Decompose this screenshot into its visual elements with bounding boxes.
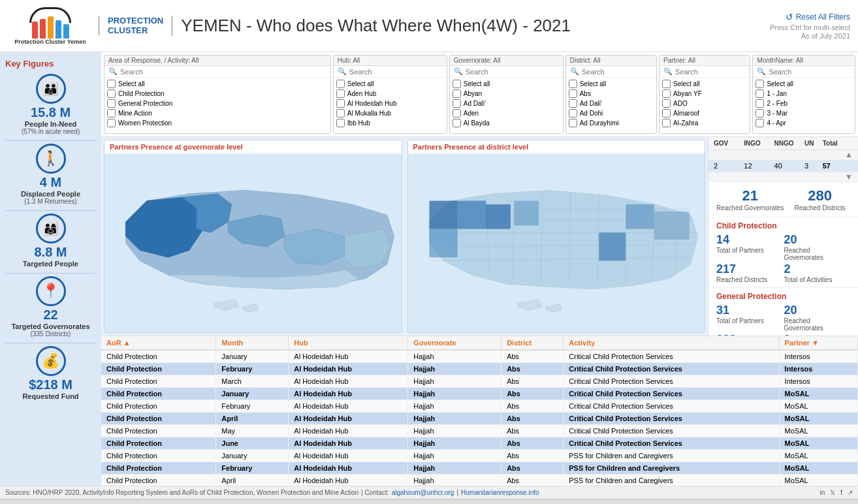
th-governorate[interactable]: Governorate (408, 336, 501, 350)
th-aor[interactable]: AoR ▲ (101, 336, 216, 350)
th-hub[interactable]: Hub (289, 336, 408, 350)
cell-total: 57 (823, 162, 853, 170)
month-option-jan[interactable]: 1 - Jan (755, 89, 852, 99)
th-partner[interactable]: Partner ▼ (779, 336, 857, 350)
district-option-addohi[interactable]: Ad Dohi (569, 108, 654, 118)
cell-aor: Child Protection (101, 400, 216, 413)
map1-container[interactable] (104, 154, 402, 332)
logo-area: Protection Cluster Yemen (8, 6, 93, 46)
cell-month: January (216, 388, 289, 400)
area-option-all[interactable]: Select all (107, 79, 328, 89)
partner-option-alzahra[interactable]: Al-Zahra (662, 118, 747, 128)
cp-reached-gov-num: 20 (784, 233, 851, 247)
th-activity[interactable]: Activity (564, 336, 779, 350)
partner-option-abyan[interactable]: Abyan YF (662, 89, 747, 99)
district-option-abs[interactable]: Abs (569, 89, 654, 99)
gp-reached-gov-num: 20 (784, 304, 851, 317)
table-row: Child ProtectionJanuaryAl Hodeidah HubHa… (101, 350, 858, 363)
cell-hub: Al Hodeidah Hub (289, 425, 408, 437)
district-option-addali[interactable]: Ad Dali' (569, 99, 654, 108)
hub-search-input[interactable] (349, 68, 443, 76)
filter-partner[interactable]: Partner: All 🔍 Select all Abyan YF ADO A… (659, 55, 750, 134)
map2-container[interactable] (408, 154, 705, 332)
gov-search-input[interactable] (466, 68, 559, 76)
hub-option-aden[interactable]: Aden Hub (336, 89, 444, 99)
map-panel-district: Partners Presence at district level (407, 140, 706, 333)
partner-option-ado[interactable]: ADO (662, 99, 747, 108)
gov-option-addali[interactable]: Ad Dali' (453, 99, 560, 108)
cell-activity: Critical Child Protection Services (564, 413, 779, 425)
district-search-input[interactable] (582, 68, 652, 76)
month-search-input[interactable] (769, 68, 851, 76)
filter-governorate[interactable]: Governorate: All 🔍 Select all Abyan Ad D… (449, 55, 564, 134)
footer-contact-email[interactable]: algahoum@unhcr.org (392, 489, 454, 496)
maps-stats-row: Partners Presence at governorate level (101, 137, 858, 336)
district-option-addurayhimi[interactable]: Ad Durayhimi (569, 118, 654, 128)
targeted-people-label: Targeted People (5, 260, 96, 268)
table-row: Child ProtectionFebruaryAl Hodeidah HubH… (101, 400, 858, 413)
filter-month[interactable]: MonthName: All 🔍 Select all 1 - Jan 2 - … (752, 55, 855, 134)
gov-option-aden[interactable]: Aden (453, 108, 560, 118)
cell-partner: MoSAL (779, 425, 857, 437)
area-option-child[interactable]: Child Protection (107, 89, 328, 99)
scroll-up-btn[interactable]: ▲ (708, 150, 858, 160)
area-option-general[interactable]: General Protection (107, 99, 328, 108)
gov-search-icon: 🔍 (454, 67, 463, 76)
filter-district[interactable]: District: All 🔍 Select all Abs Ad Dali' … (565, 55, 657, 134)
stats-table-header: GOV INGO NNGO UN Total (708, 137, 858, 150)
cp-total-partners: 14 Total of Partners (716, 233, 783, 261)
linkedin-icon[interactable]: in (819, 489, 825, 496)
logo-bar-4 (56, 20, 61, 39)
month-option-feb[interactable]: 2 - Feb (755, 99, 852, 108)
filter-area-header: Area of Response, / Activity: All (104, 55, 330, 66)
area-search-input[interactable] (120, 68, 326, 76)
stats-panel: GOV INGO NNGO UN Total ▲ 2 12 40 3 57 ▼ (708, 137, 858, 336)
share-icon[interactable]: ↗ (848, 489, 853, 496)
area-option-women[interactable]: Women Protection (107, 118, 328, 128)
month-option-apr[interactable]: 4 - Apr (755, 118, 852, 128)
svg-rect-23 (654, 212, 689, 240)
child-protection-grid: 14 Total of Partners 20 Reached Governor… (716, 233, 850, 283)
cell-aor: Child Protection (101, 363, 216, 375)
month-option-mar[interactable]: 3 - Mar (755, 108, 852, 118)
filter-area-of-response[interactable]: Area of Response, / Activity: All 🔍 Sele… (104, 55, 331, 134)
displaced-label: Displaced People (5, 190, 96, 198)
cell-gov: 2 (714, 162, 744, 170)
scroll-down-btn[interactable]: ▼ (708, 172, 858, 182)
footer-site-link[interactable]: Humanitarianresponse.info (461, 489, 539, 496)
cell-partner: MoSAL (779, 400, 857, 413)
cell-activity: PSS for Children and Caregivers (564, 450, 779, 462)
th-month[interactable]: Month (216, 336, 289, 350)
month-option-all[interactable]: Select all (755, 79, 852, 89)
partner-option-almaroof[interactable]: Almaroof (662, 108, 747, 118)
area-option-mine[interactable]: Mine Action (107, 108, 328, 118)
col-nngo: NNGO (774, 140, 804, 147)
gov-option-abyan[interactable]: Abyan (453, 89, 560, 99)
hub-option-ibb[interactable]: Ibb Hub (336, 118, 444, 128)
filter-gov-header: Governorate: All (450, 55, 563, 66)
cell-district: Abs (501, 413, 564, 425)
gov-option-all[interactable]: Select all (453, 79, 560, 89)
hub-option-hodeidah[interactable]: Al Hodeidah Hub (336, 99, 444, 108)
gov-option-bayda[interactable]: Al Bayda (453, 118, 560, 128)
cell-month: January (216, 350, 289, 363)
partner-option-all[interactable]: Select all (662, 79, 747, 89)
hub-search-icon: 🔍 (338, 67, 347, 76)
cp-total-partners-label: Total of Partners (716, 247, 783, 254)
hub-option-all[interactable]: Select all (336, 79, 444, 89)
cell-activity: PSS for Children and Caregivers (564, 475, 779, 486)
facebook-icon[interactable]: f (840, 489, 842, 496)
reset-all-filters-btn[interactable]: ↺ Reset All Filters (770, 12, 850, 22)
filter-hub[interactable]: Hub: All 🔍 Select all Aden Hub Al Hodeid… (333, 55, 447, 134)
district-option-all[interactable]: Select all (569, 79, 654, 89)
th-district[interactable]: District (501, 336, 564, 350)
twitter-icon[interactable]: 𝕏 (830, 489, 835, 496)
table-scroll[interactable]: AoR ▲ Month Hub Governorate District Act… (101, 336, 858, 486)
cp-total-partners-num: 14 (716, 233, 783, 247)
hub-option-mukalla[interactable]: Al Mukalla Hub (336, 108, 444, 118)
logo-text: Protection Cluster Yemen (14, 39, 86, 46)
partner-search-input[interactable] (675, 68, 746, 76)
child-protection-title: Child Protection (716, 221, 850, 230)
people-in-need-number: 15.8 M (5, 105, 96, 120)
cp-total-activities-num: 2 (784, 262, 851, 276)
